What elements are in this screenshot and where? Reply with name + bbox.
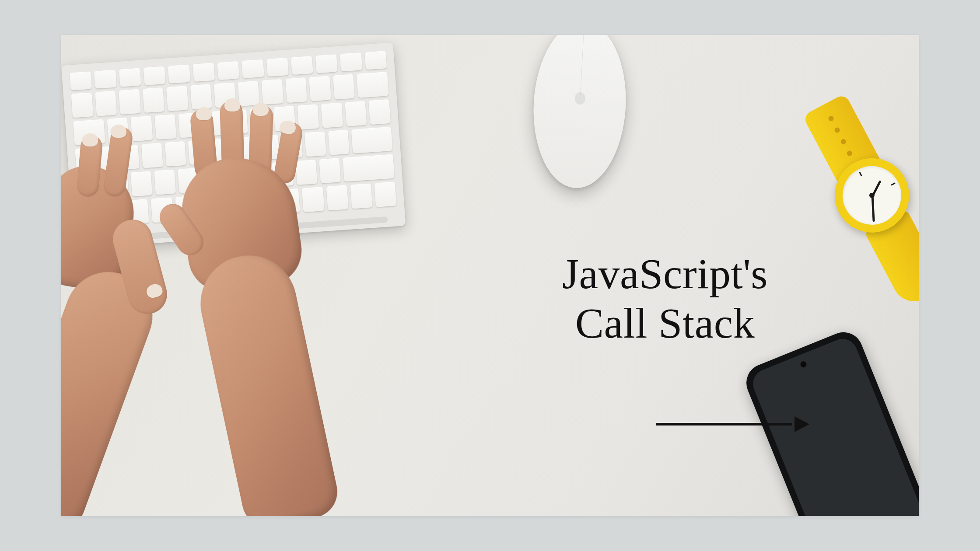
mouse-illustration [529,35,630,190]
slide-canvas: JavaScript's Call Stack [61,35,919,516]
arrow-right-icon [656,415,809,433]
slide-title: JavaScript's Call Stack [508,249,822,348]
apple-logo-icon [574,92,585,105]
title-line-2: Call Stack [508,299,822,348]
title-line-1: JavaScript's [508,249,822,299]
